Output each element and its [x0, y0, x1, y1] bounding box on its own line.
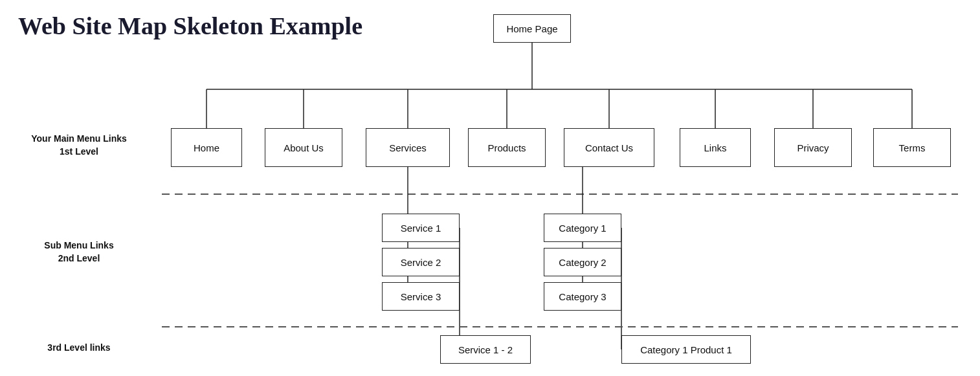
node-contactus: Contact Us	[564, 128, 654, 167]
node-cat1prod1: Category 1 Product 1	[621, 335, 751, 364]
node-service12: Service 1 - 2	[440, 335, 531, 364]
node-home: Home	[171, 128, 242, 167]
node-category2: Category 2	[544, 248, 621, 276]
node-privacy: Privacy	[774, 128, 852, 167]
node-category1: Category 1	[544, 214, 621, 242]
node-terms: Terms	[873, 128, 951, 167]
node-homepage: Home Page	[493, 14, 571, 43]
node-service2: Service 2	[382, 248, 460, 276]
level1-label: Your Main Menu Links1st Level	[14, 133, 144, 158]
page-title: Web Site Map Skeleton Example	[18, 12, 362, 40]
node-aboutus: About Us	[265, 128, 342, 167]
level3-label: 3rd Level links	[14, 342, 144, 355]
node-products: Products	[468, 128, 546, 167]
node-service3: Service 3	[382, 282, 460, 311]
node-services: Services	[366, 128, 450, 167]
node-service1: Service 1	[382, 214, 460, 242]
node-category3: Category 3	[544, 282, 621, 311]
level2-label: Sub Menu Links2nd Level	[14, 239, 144, 265]
node-links: Links	[680, 128, 751, 167]
connector-lines	[0, 0, 980, 376]
